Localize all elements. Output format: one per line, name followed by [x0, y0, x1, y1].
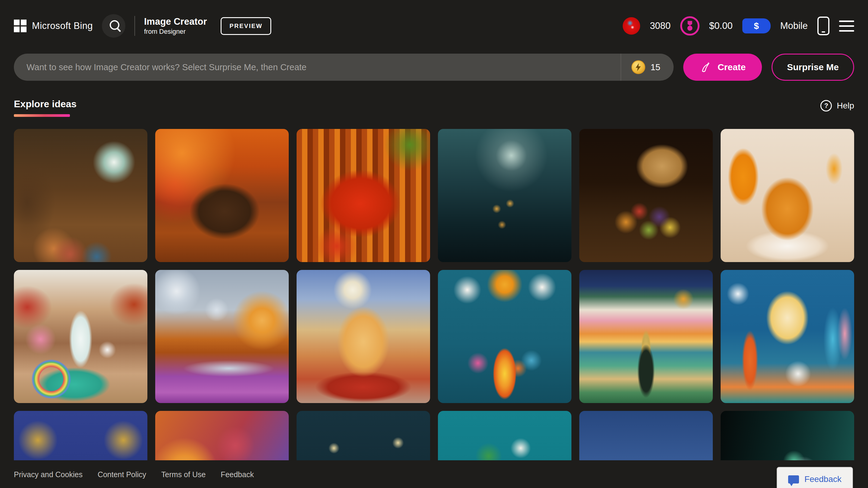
explore-tile-red-maple-leaves[interactable]	[297, 129, 430, 262]
prompt-input[interactable]	[14, 62, 621, 72]
footer-link-terms[interactable]: Terms of Use	[161, 470, 206, 479]
surprise-me-label: Surprise Me	[787, 62, 839, 72]
explore-title-underline	[14, 114, 70, 117]
boost-counter[interactable]: 15	[621, 54, 674, 81]
help-button[interactable]: ? Help	[820, 100, 854, 111]
explore-tile-bears-cozy-den-picnic[interactable]	[14, 129, 147, 262]
header-right-group: 3080 $0.00 $ Mobile	[623, 16, 854, 36]
explore-tile-hanging-stars-night[interactable]	[297, 411, 430, 460]
explore-tile-snowy-village-dusk[interactable]	[579, 411, 713, 460]
page-subtitle: from Designer	[144, 28, 207, 35]
create-label: Create	[718, 62, 746, 72]
create-button[interactable]: Create	[683, 54, 762, 81]
explore-tile-thanksgiving-cornucopia[interactable]	[579, 129, 713, 262]
brand-title[interactable]: Microsoft Bing	[32, 21, 93, 31]
explore-tile-crescent-moon-city-parade[interactable]	[297, 270, 430, 403]
speech-bubble-icon	[788, 475, 799, 484]
avatar[interactable]	[623, 17, 640, 35]
header-search-button[interactable]	[102, 14, 125, 38]
explore-tile-planet-sky-autumn-valley[interactable]	[155, 270, 289, 403]
footer-link-privacy[interactable]: Privacy and Cookies	[14, 470, 83, 479]
rewards-points: 3080	[650, 21, 671, 31]
footer-link-feedback[interactable]: Feedback	[221, 470, 254, 479]
boost-coin-icon	[631, 60, 645, 74]
explore-tile-retro-robot-goggles[interactable]	[721, 411, 854, 460]
surprise-me-button[interactable]: Surprise Me	[772, 54, 854, 81]
explore-tile-festive-fish-ornament[interactable]	[438, 411, 571, 460]
explore-tile-papercraft-tokyo-skyline[interactable]	[721, 270, 854, 403]
header-divider	[134, 16, 135, 36]
footer-link-content-policy[interactable]: Content Policy	[98, 470, 146, 479]
feedback-button-label: Feedback	[804, 475, 841, 484]
mobile-phone-icon[interactable]	[817, 17, 830, 35]
question-mark-icon: ?	[820, 100, 832, 111]
prompt-searchbox[interactable]: 15	[14, 54, 674, 81]
explore-tile-felt-landscape-girl[interactable]	[579, 270, 713, 403]
explore-tile-autumn-forest-cabin[interactable]	[155, 129, 289, 262]
hamburger-menu-button[interactable]	[839, 21, 854, 32]
lightning-bolt-icon	[636, 63, 641, 71]
preview-badge[interactable]: PREVIEW	[221, 17, 271, 35]
explore-title: Explore ideas	[14, 99, 76, 109]
device-label: Mobile	[780, 21, 808, 31]
page-title: Image Creator	[144, 17, 207, 26]
medal-icon	[685, 21, 694, 31]
prompt-row: 15 Create Surprise Me	[0, 54, 868, 81]
explore-tile-paper-quilling-ornaments[interactable]	[155, 411, 289, 460]
help-label: Help	[837, 101, 854, 110]
feedback-button[interactable]: Feedback	[777, 467, 853, 488]
search-icon	[110, 20, 119, 30]
rewards-medal-button[interactable]	[680, 16, 700, 36]
footer: Privacy and Cookies Content Policy Terms…	[0, 461, 868, 488]
explore-tile-felt-bonfire-gathering[interactable]	[438, 270, 571, 403]
boost-count: 15	[651, 62, 660, 72]
explore-tile-menorah-art-nouveau[interactable]	[14, 411, 147, 460]
explore-tile-gothic-vampire-castle[interactable]	[438, 129, 571, 262]
top-header: Microsoft Bing Image Creator from Design…	[0, 0, 868, 52]
dollar-icon: $	[754, 21, 759, 31]
money-badge-button[interactable]: $	[742, 19, 771, 33]
paintbrush-sparkle-icon	[700, 61, 712, 73]
explore-tile-pancakes-and-orange-juice[interactable]	[721, 129, 854, 262]
app-title-block: Image Creator from Designer	[144, 17, 207, 35]
balance-amount: $0.00	[709, 21, 733, 31]
explore-title-block: Explore ideas	[14, 99, 76, 117]
explore-header-row: Explore ideas ? Help	[0, 99, 868, 117]
explore-grid	[14, 129, 854, 460]
explore-tile-waterfall-rainbow-unicorn[interactable]	[14, 270, 147, 403]
microsoft-logo-icon[interactable]	[14, 20, 27, 32]
